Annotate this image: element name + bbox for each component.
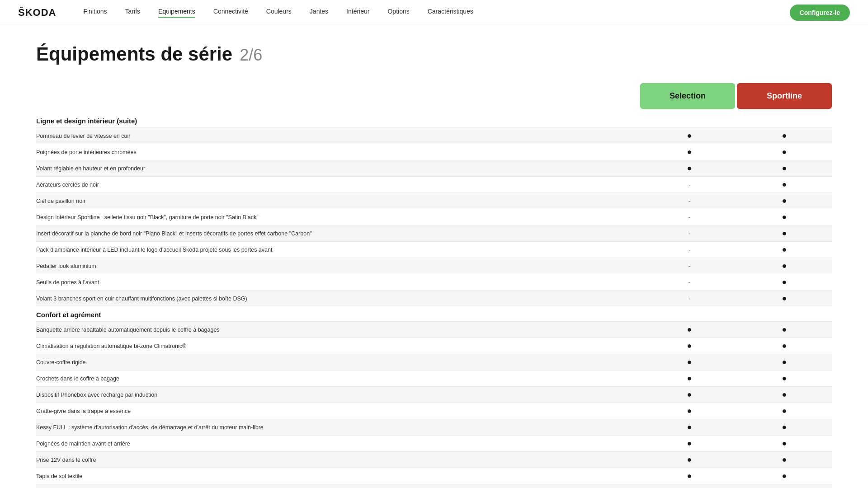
page-title: Équipements de série (36, 43, 232, 65)
dot-icon: ● (782, 325, 787, 334)
dash-icon: - (688, 262, 690, 270)
row-cell-col1: ● (642, 144, 737, 160)
row-cell-col2: ● (737, 387, 832, 403)
dot-icon: ● (687, 147, 692, 156)
nav-link-options[interactable]: Options (387, 8, 409, 18)
row-label: Pédalier look aluminium (36, 260, 642, 272)
page-content: Équipements de série 2/6 Selection Sport… (0, 25, 868, 488)
row-cell-col2: ● (737, 128, 832, 144)
dot-icon: ● (782, 147, 787, 156)
nav-link-couleurs[interactable]: Couleurs (266, 8, 292, 18)
row-cell-col1: ● (642, 387, 737, 403)
nav-link-equipements[interactable]: Equipements (158, 8, 195, 18)
dash-icon: - (688, 230, 690, 237)
row-label: Couvre-coffre rigide (36, 356, 642, 369)
row-label: Aérateurs cerclés de noir (36, 178, 642, 191)
nav-link-finitions[interactable]: Finitions (83, 8, 107, 18)
row-label: Pack d'ambiance intérieur à LED incluant… (36, 244, 642, 256)
dot-icon: ● (782, 455, 787, 464)
dot-icon: ● (782, 277, 787, 286)
dot-icon: ● (782, 341, 787, 350)
nav-link-tarifs[interactable]: Tarifs (125, 8, 140, 18)
row-cell-col2: ● (737, 403, 832, 419)
dot-icon: ● (687, 164, 692, 173)
nav-link-connectivit-[interactable]: Connectivité (213, 8, 248, 18)
table-row: Insert décoratif sur la planche de bord … (36, 225, 832, 241)
row-cell-col2: ● (737, 291, 832, 306)
table-row: Aérateurs cerclés de noir-● (36, 176, 832, 192)
row-cell-col1: - (642, 194, 737, 208)
dot-icon: ● (687, 406, 692, 415)
page-subtitle: 2/6 (240, 46, 262, 65)
table-row: Gratte-givre dans la trappe à essence●● (36, 403, 832, 419)
row-cell-col1: ● (642, 403, 737, 419)
dot-icon: ● (687, 422, 692, 432)
row-cell-col1: ● (642, 338, 737, 354)
nav-link-int-rieur[interactable]: Intérieur (346, 8, 369, 18)
nav-links: FinitionsTarifsEquipementsConnectivitéCo… (83, 8, 789, 18)
row-label: Seuils de portes à l'avant (36, 276, 642, 289)
row-cell-col1: - (642, 226, 737, 241)
table-row: Pédalier look aluminium-● (36, 258, 832, 274)
row-label: Crochets dans le coffre à bagage (36, 372, 642, 385)
table-row: Couvre-coffre rigide●● (36, 354, 832, 370)
dot-icon: ● (687, 341, 692, 350)
row-cell-col1: ● (642, 468, 737, 484)
nav-link-caract-ristiques[interactable]: Caractéristiques (428, 8, 473, 18)
row-label: Verrouillage centralisé à distance (2 cl… (36, 486, 642, 488)
column-headers: Selection Sportline (36, 83, 832, 109)
brand-logo: ŠKODA (18, 7, 56, 19)
table-row: Poignées de maintien avant et arrière●● (36, 435, 832, 451)
page-title-row: Équipements de série 2/6 (36, 43, 832, 65)
row-cell-col2: ● (737, 160, 832, 176)
row-cell-col1: ● (642, 436, 737, 451)
section-heading-0: Ligne et design intérieur (suite) (36, 113, 832, 127)
table-row: Crochets dans le coffre à bagage●● (36, 370, 832, 386)
row-cell-col1: - (642, 275, 737, 290)
row-label: Ciel de pavillon noir (36, 195, 642, 207)
table-row: Ciel de pavillon noir-● (36, 192, 832, 209)
table-row: Tapis de sol textile●● (36, 468, 832, 484)
table-row: Volant réglable en hauteur et en profond… (36, 160, 832, 176)
row-label: Poignées de porte intérieures chromées (36, 146, 642, 159)
row-cell-col2: ● (737, 338, 832, 354)
row-label: Volant 3 branches sport en cuir chauffan… (36, 292, 642, 305)
row-label: Prise 12V dans le coffre (36, 454, 642, 466)
row-label: Tapis de sol textile (36, 470, 642, 483)
section-heading-1: Confort et agrément (36, 306, 832, 321)
nav-link-jantes[interactable]: Jantes (310, 8, 328, 18)
row-label: Climatisation à régulation automatique b… (36, 340, 642, 352)
row-cell-col1: - (642, 178, 737, 192)
table-row: Pack d'ambiance intérieur à LED incluant… (36, 241, 832, 258)
dot-icon: ● (782, 212, 787, 221)
dot-icon: ● (782, 357, 787, 366)
row-cell-col1: ● (642, 354, 737, 370)
dot-icon: ● (782, 261, 787, 270)
dash-icon: - (688, 181, 690, 188)
sections-container: Ligne et design intérieur (suite)Pommeau… (36, 113, 832, 488)
table-row: Prise 12V dans le coffre●● (36, 451, 832, 468)
dot-icon: ● (687, 439, 692, 448)
row-cell-col1: - (642, 210, 737, 225)
row-cell-col2: ● (737, 452, 832, 468)
row-cell-col1: ● (642, 452, 737, 468)
dot-icon: ● (782, 406, 787, 415)
configurez-le-button[interactable]: Configurez-le (790, 5, 850, 21)
row-cell-col1: - (642, 243, 737, 257)
dot-icon: ● (782, 439, 787, 448)
dash-icon: - (688, 278, 690, 286)
row-label: Volant réglable en hauteur et en profond… (36, 162, 642, 175)
dot-icon: ● (687, 455, 692, 464)
dot-icon: ● (687, 357, 692, 366)
row-cell-col2: ● (737, 484, 832, 488)
table-row: Verrouillage centralisé à distance (2 cl… (36, 484, 832, 488)
row-cell-col1: ● (642, 371, 737, 386)
table-row: Dispositif Phonebox avec recharge par in… (36, 386, 832, 403)
row-cell-col2: ● (737, 193, 832, 209)
equipment-table: Selection Sportline Ligne et design inté… (36, 83, 832, 488)
table-row: Kessy FULL : système d'autorisation d'ac… (36, 419, 832, 435)
dot-icon: ● (687, 131, 692, 140)
row-cell-col1: ● (642, 128, 737, 144)
dot-icon: ● (782, 471, 787, 480)
dot-icon: ● (687, 471, 692, 480)
